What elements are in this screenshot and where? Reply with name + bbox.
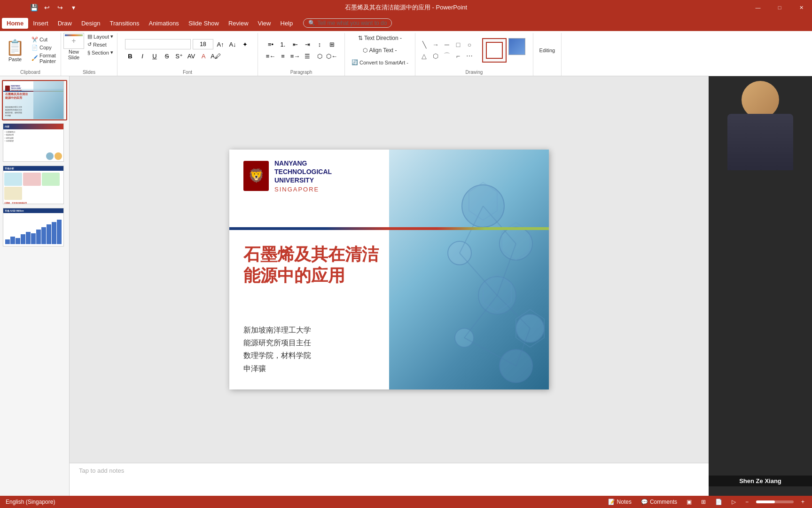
columns-button[interactable]: ⊞ [327, 39, 337, 49]
main-slide[interactable]: 🦁 NANYANG TECHNOLOGICAL UNIVERSITY SINGA… [229, 150, 549, 389]
text-shadow-button[interactable]: S⁺ [174, 51, 184, 61]
comments-button[interactable]: 💬 Comments [639, 498, 679, 506]
text-direction-button[interactable]: ⇅ Text Direction - [355, 33, 405, 43]
slide-thumbnail-3[interactable]: 3 市场分析 石墨烯，开发清洁能源应用 [2, 165, 67, 205]
menu-design[interactable]: Design [77, 18, 105, 29]
maximize-button[interactable]: □ [769, 0, 790, 15]
notes-icon: 📝 [608, 499, 615, 505]
slide-thumbnail-2[interactable]: 2 内容 • 石墨烯简介 • 能源应用 • 研究成果 • 未来展望 [2, 122, 67, 163]
justify-button[interactable]: ☰ [302, 51, 312, 61]
new-slide-button[interactable]: + New Slide [63, 33, 84, 60]
bold-button[interactable]: B [125, 51, 135, 61]
numbering-button[interactable]: 1. [278, 39, 288, 49]
zoom-slider[interactable] [756, 500, 794, 503]
slide-panel[interactable]: 1 NANYANGTECH UNIVSINGAPORE 石墨烯及其在清洁能源中的… [0, 76, 70, 496]
svg-line-10 [460, 253, 497, 295]
ntu-name-line3: UNIVERSITY [274, 176, 332, 184]
align-text-icon: ⬡ [363, 47, 367, 54]
font-color-button[interactable]: A [198, 51, 209, 61]
align-left-button[interactable]: ≡← [265, 51, 276, 61]
shape-more[interactable]: ⋯ [464, 51, 475, 61]
menu-help[interactable]: Help [276, 18, 298, 29]
text-highlight-button[interactable]: A🖊 [211, 51, 221, 61]
shape-line[interactable]: ╲ [419, 40, 429, 50]
shape-curved[interactable]: ⌒ [442, 51, 452, 61]
zoom-out-button[interactable]: − [743, 498, 750, 506]
customize-qa-button[interactable]: ▾ [68, 2, 79, 13]
menu-draw[interactable]: Draw [53, 18, 77, 29]
copy-button[interactable]: 📄 Copy [30, 44, 57, 51]
menu-transitions[interactable]: Transitions [105, 18, 144, 29]
clear-formatting-button[interactable]: ✦ [240, 39, 250, 49]
font-family-input[interactable] [125, 39, 191, 49]
slide-image-1: NANYANGTECH UNIVSINGAPORE 石墨烯及其在清洁能源中的应用… [3, 81, 64, 119]
layout-button[interactable]: ▤ Layout ▾ [86, 33, 115, 40]
shape-chevron[interactable]: ⬡ [430, 51, 441, 61]
slideshow-button[interactable]: ▷ [730, 498, 738, 506]
notes-button[interactable]: 📝 Notes [606, 498, 633, 506]
ntu-logo-area: 🦁 NANYANG TECHNOLOGICAL UNIVERSITY SINGA… [243, 159, 332, 193]
new-slide-label: New [69, 49, 79, 55]
save-button[interactable]: 💾 [28, 2, 39, 13]
align-right-button[interactable]: ≡→ [290, 51, 300, 61]
paste-button[interactable]: 📋 Paste [4, 38, 26, 63]
shape-rect[interactable]: □ [453, 40, 463, 50]
strikethrough-button[interactable]: S [162, 51, 172, 61]
slide-thumbnail-4[interactable]: 4 市场 /USD Million [2, 207, 67, 247]
cut-button[interactable]: ✂️ Cut [30, 36, 57, 43]
close-button[interactable]: ✕ [790, 0, 812, 15]
underline-button[interactable]: U [149, 51, 160, 61]
increase-indent-button[interactable]: ⇥ [302, 39, 312, 49]
char-spacing-button[interactable]: AV [186, 51, 196, 61]
font-label: Font [117, 70, 258, 75]
italic-button[interactable]: I [137, 51, 148, 61]
smartart-indent-button[interactable]: ⬡ [314, 51, 325, 61]
decrease-indent-button[interactable]: ⇤ [290, 39, 300, 49]
quick-styles-button[interactable] [508, 38, 525, 55]
ribbon-group-textdir: ⇅ Text Direction - ⬡ Align Text - 🔄 Conv… [345, 33, 415, 76]
shape-bracket[interactable]: ⌐ [453, 51, 463, 61]
center-panel: 🦁 NANYANG TECHNOLOGICAL UNIVERSITY SINGA… [70, 76, 709, 496]
align-center-button[interactable]: ≡ [278, 51, 288, 61]
search-icon: 🔍 [308, 20, 315, 26]
slide-thumbnail-1[interactable]: 1 NANYANGTECH UNIVSINGAPORE 石墨烯及其在清洁能源中的… [2, 80, 67, 120]
notes-area[interactable]: Tap to add notes [70, 463, 709, 496]
reading-view-button[interactable]: 📄 [713, 498, 724, 506]
slide-edit-area[interactable]: 🦁 NANYANG TECHNOLOGICAL UNIVERSITY SINGA… [70, 76, 709, 463]
font-controls: A↑ A↓ ✦ B I U S S⁺ AV A A🖊 [121, 38, 254, 62]
menu-insert[interactable]: Insert [28, 18, 53, 29]
menu-animations[interactable]: Animations [144, 18, 184, 29]
shape-rt[interactable]: △ [419, 51, 429, 61]
increase-font-button[interactable]: A↑ [215, 39, 226, 49]
menu-home[interactable]: Home [2, 18, 28, 29]
format-painter-button[interactable]: 🖌️ Format Painter [30, 52, 57, 64]
slide-title[interactable]: 石墨烯及其在清洁 能源中的应用 [243, 244, 379, 286]
menu-bar: Home Insert Draw Design Transitions Anim… [0, 15, 812, 31]
tell-me-input[interactable]: 🔍 Tell me what you want to do [303, 18, 392, 28]
line-spacing-button[interactable]: ↕ [314, 39, 325, 49]
menu-view[interactable]: View [253, 18, 276, 29]
decrease-font-button[interactable]: A↓ [227, 39, 238, 49]
bullets-button[interactable]: ≡• [265, 39, 276, 49]
redo-button[interactable]: ↪ [55, 2, 66, 13]
section-button[interactable]: § Section ▾ [86, 49, 115, 56]
smartart-dedent-button[interactable]: ⬡← [327, 51, 337, 61]
menu-review[interactable]: Review [224, 18, 253, 29]
undo-button[interactable]: ↩ [41, 2, 53, 13]
clipboard-label: Clipboard [0, 70, 61, 75]
shape-arrow[interactable]: → [430, 40, 441, 50]
drawing-tools [478, 36, 529, 64]
slide-subtitle[interactable]: 新加坡南洋理工大学 能源研究所项目主任 数理学院，材料学院 申泽骧 [243, 324, 311, 375]
shape-circle[interactable]: ○ [464, 40, 475, 50]
convert-smartart-button[interactable]: 🔄 Convert to SmartArt - [349, 57, 411, 67]
align-text-button[interactable]: ⬡ Align Text - [360, 45, 399, 56]
arrange-button[interactable] [482, 38, 507, 63]
normal-view-button[interactable]: ▣ [685, 498, 694, 506]
zoom-in-button[interactable]: + [799, 498, 806, 506]
shape-line2[interactable]: ─ [442, 40, 452, 50]
reset-button[interactable]: ↺ Reset [86, 41, 115, 48]
font-size-input[interactable] [193, 39, 213, 49]
slide-sorter-button[interactable]: ⊞ [699, 498, 708, 506]
menu-slideshow[interactable]: Slide Show [184, 18, 224, 29]
minimize-button[interactable]: — [747, 0, 769, 15]
